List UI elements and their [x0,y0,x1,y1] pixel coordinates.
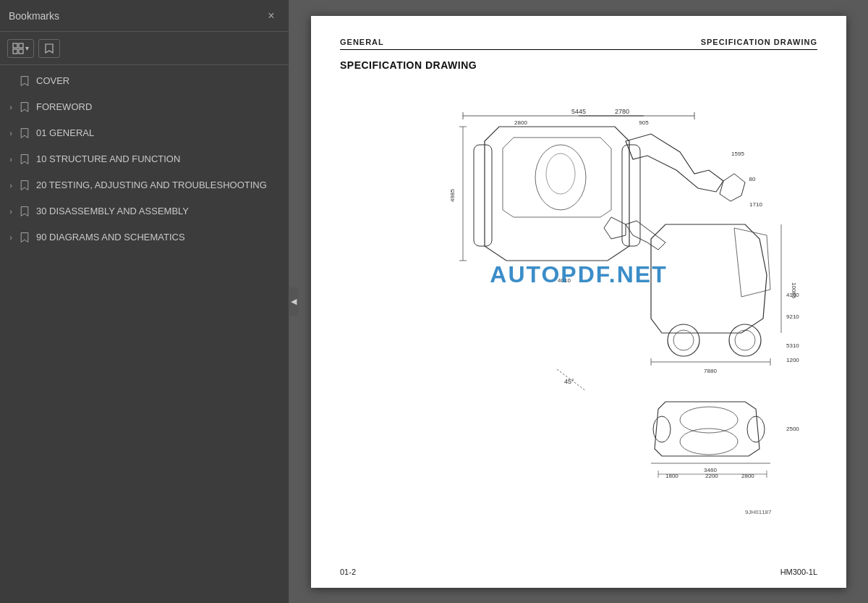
svg-text:2200: 2200 [705,473,718,479]
svg-text:905: 905 [639,119,649,126]
close-button[interactable]: × [263,7,280,25]
drawing-area: 5445 2780 [340,83,817,539]
sidebar-item-diagrams-label: 90 DIAGRAMS AND SCHEMATICS [36,232,185,244]
collapse-sidebar-tab[interactable]: ◀ [289,287,299,316]
svg-text:2780: 2780 [615,108,629,115]
svg-point-40 [680,429,738,455]
sidebar-item-diagrams[interactable]: › 90 DIAGRAMS AND SCHEMATICS [0,224,289,250]
footer-document-id: HM300-1L [780,568,817,576]
grid-icon [12,43,24,54]
header-left-text: GENERAL [340,38,384,46]
svg-rect-2 [13,49,17,54]
svg-point-39 [680,407,738,433]
svg-text:2500: 2500 [786,426,799,432]
sidebar-header: Bookmarks × [0,0,289,32]
svg-text:4010: 4010 [558,277,571,284]
svg-text:2800: 2800 [741,473,754,479]
svg-rect-12 [474,145,492,246]
sidebar-item-structure-label: 10 STRUCTURE AND FUNCTION [36,153,180,166]
sidebar-item-cover[interactable]: COVER [0,68,289,94]
bookmark-icon-foreword [19,101,30,113]
sidebar-item-cover-label: COVER [36,75,69,88]
svg-text:7880: 7880 [704,368,717,374]
svg-text:4985: 4985 [449,188,456,201]
collapse-arrow-icon: ◀ [291,297,297,306]
svg-text:1200: 1200 [786,357,799,363]
sidebar-item-testing[interactable]: › 20 TESTING, ADJUSTING AND TROUBLESHOOT… [0,172,289,198]
svg-rect-1 [19,43,23,48]
expand-arrow-disassembly: › [6,207,16,216]
svg-text:80: 80 [749,176,756,182]
svg-text:2800: 2800 [514,119,527,126]
expand-arrow-general: › [6,129,16,138]
footer-page-number: 01-2 [340,568,356,576]
bookmark-icon-testing [19,180,30,191]
sidebar-item-general-label: 01 GENERAL [36,127,94,140]
expand-arrow-structure: › [6,155,16,164]
document-page: GENERAL SPECIFICATION DRAWING SPECIFICAT… [311,16,846,588]
svg-text:9210: 9210 [786,313,799,320]
svg-text:4100: 4100 [786,292,799,298]
svg-text:1800: 1800 [665,473,678,479]
bookmark-icon-cover [19,75,30,87]
svg-text:1595: 1595 [731,151,744,157]
bookmark-icon-diagrams [19,232,30,243]
page-title-section: SPECIFICATION DRAWING [340,59,817,72]
sidebar-item-foreword[interactable]: › FOREWORD [0,94,289,120]
grid-view-button[interactable]: ▾ [7,39,34,58]
expand-arrow-foreword: › [6,103,16,111]
header-right-text: SPECIFICATION DRAWING [701,38,817,46]
svg-point-11 [546,153,575,194]
close-icon: × [268,9,274,22]
svg-point-41 [653,416,671,442]
svg-point-10 [535,145,586,210]
svg-text:9JH01187: 9JH01187 [745,509,772,515]
sidebar-item-general[interactable]: › 01 GENERAL [0,120,289,146]
bookmark-panel-icon [43,43,55,54]
bookmark-icon-general [19,127,30,139]
svg-point-26 [729,324,761,356]
sidebar-item-testing-label: 20 TESTING, ADJUSTING AND TROUBLESHOOTIN… [36,180,267,192]
svg-rect-0 [13,43,17,48]
sidebar-title: Bookmarks [9,10,59,22]
bookmark-panel-button[interactable] [38,39,60,58]
expand-arrow-testing: › [6,181,16,190]
svg-text:1710: 1710 [749,201,762,208]
svg-rect-3 [19,49,23,54]
sidebar: Bookmarks × ▾ COVER [0,0,289,603]
page-footer: 01-2 HM300-1L [340,568,817,576]
technical-drawing: 5445 2780 [340,83,817,539]
svg-point-24 [668,324,699,356]
bookmark-icon-structure [19,153,30,165]
svg-point-42 [747,416,765,442]
sidebar-item-disassembly[interactable]: › 30 DISASSEMBLY AND ASSEMBLY [0,198,289,224]
svg-rect-13 [622,145,640,246]
svg-text:45°: 45° [564,378,574,385]
svg-text:5445: 5445 [571,108,586,115]
page-header: GENERAL SPECIFICATION DRAWING [340,38,817,50]
sidebar-item-foreword-label: FOREWORD [36,101,92,114]
expand-arrow-diagrams: › [6,233,16,242]
svg-point-27 [735,330,755,350]
bookmark-list: COVER › FOREWORD › 01 GENERAL › 10 STRUC… [0,65,289,603]
sidebar-item-disassembly-label: 30 DISASSEMBLY AND ASSEMBLY [36,206,189,218]
toolbar: ▾ [0,32,289,65]
page-title: SPECIFICATION DRAWING [340,59,477,71]
dropdown-arrow-icon: ▾ [25,44,29,52]
sidebar-item-structure[interactable]: › 10 STRUCTURE AND FUNCTION [0,146,289,172]
bookmark-icon-disassembly [19,206,30,217]
svg-text:5310: 5310 [786,342,799,349]
main-content: GENERAL SPECIFICATION DRAWING SPECIFICAT… [289,0,868,603]
